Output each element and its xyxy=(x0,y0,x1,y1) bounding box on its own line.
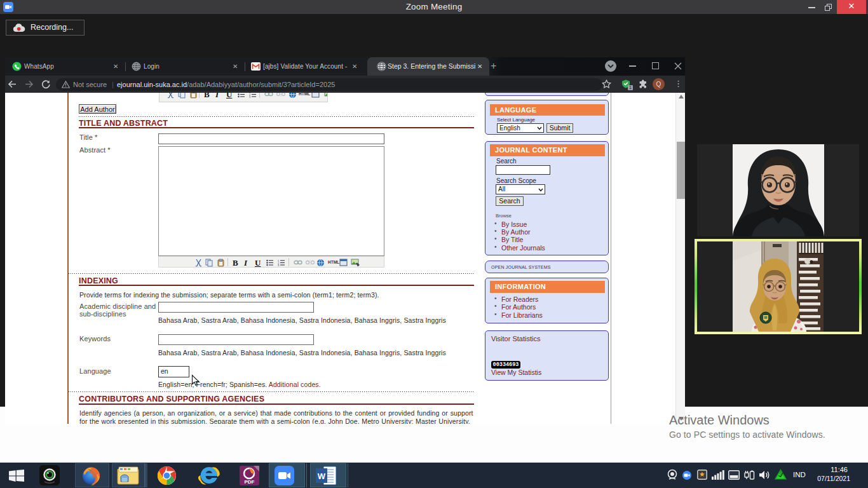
svg-text:W: W xyxy=(318,471,326,481)
svg-text:PDF: PDF xyxy=(245,479,255,485)
svg-text:3: 3 xyxy=(249,95,251,98)
svg-text:3: 3 xyxy=(278,264,280,266)
svg-text:1: 1 xyxy=(629,85,632,90)
